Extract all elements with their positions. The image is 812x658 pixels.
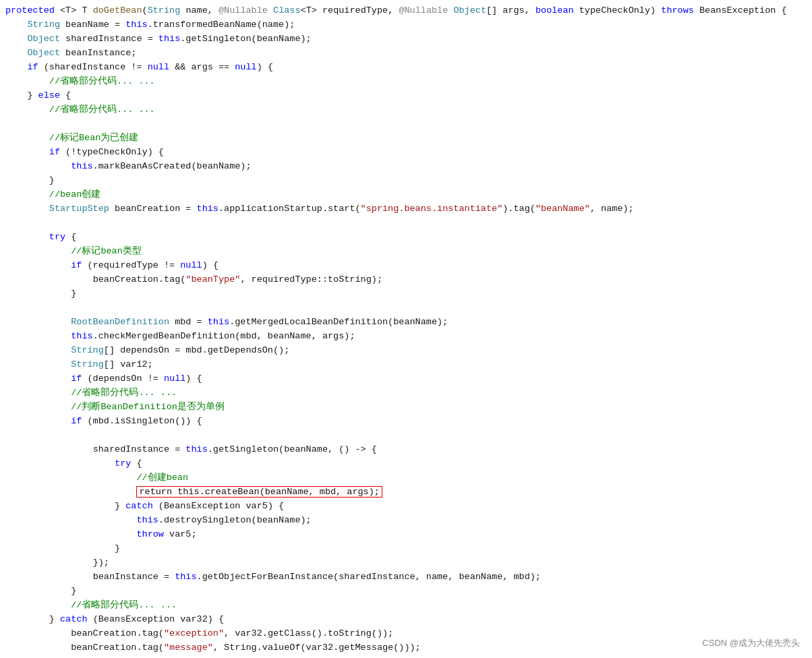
code-line: sharedInstance = this.getSingleton(beanN… — [0, 443, 812, 457]
code-line: this.checkMergedBeanDefinition(mbd, bean… — [0, 330, 812, 344]
code-line: } — [0, 585, 812, 599]
code-line: //创建bean — [0, 471, 812, 485]
code-line: //判断BeanDefinition是否为单例 — [0, 400, 812, 415]
code-line: //省略部分代码... ... — [0, 386, 812, 400]
code-line — [0, 117, 812, 131]
code-line: }); — [0, 556, 812, 570]
code-line: String[] var12; — [0, 358, 812, 372]
code-line: String beanName = this.transformedBeanNa… — [0, 18, 812, 32]
code-line: if (dependsOn != null) { — [0, 372, 812, 386]
code-line: } else { — [0, 89, 812, 103]
code-line: } catch (BeansException var32) { — [0, 613, 812, 627]
code-line: //省略部分代码... ... — [0, 75, 812, 89]
code-line: if (!typeCheckOnly) { — [0, 146, 812, 160]
code-line — [0, 429, 812, 443]
code-line: beanCreation.tag("beanType", requiredTyp… — [0, 273, 812, 287]
code-line: } — [0, 174, 812, 188]
code-container: protected <T> T doGetBean(String name, @… — [0, 0, 812, 658]
code-line: try { — [0, 457, 812, 471]
code-line: beanCreation.tag("message", String.value… — [0, 641, 812, 655]
code-line: } — [0, 287, 812, 301]
watermark: CSDN @成为大佬先秃头 — [702, 636, 800, 650]
code-line: beanCreation.tag("exception", var32.getC… — [0, 627, 812, 641]
code-line: this.markBeanAsCreated(beanName); — [0, 160, 812, 174]
code-line: if (requiredType != null) { — [0, 259, 812, 273]
code-line: } catch (BeansException var5) { — [0, 500, 812, 514]
code-line: this.destroySingleton(beanName); — [0, 514, 812, 528]
code-line: throw var5; — [0, 528, 812, 542]
code-line: if (sharedInstance != null && args == nu… — [0, 61, 812, 75]
code-line — [0, 216, 812, 231]
code-line: RootBeanDefinition mbd = this.getMergedL… — [0, 316, 812, 330]
code-line — [0, 301, 812, 316]
code-line: if (mbd.isSingleton()) { — [0, 415, 812, 429]
code-line: Object beanInstance; — [0, 47, 812, 61]
code-line: //省略部分代码... ... — [0, 103, 812, 117]
code-line: return this.createBean(beanName, mbd, ar… — [0, 485, 812, 500]
code-line: //标记Bean为已创建 — [0, 131, 812, 146]
code-line: //bean创建 — [0, 188, 812, 202]
code-line: protected <T> T doGetBean(String name, @… — [0, 4, 812, 18]
code-line: StartupStep beanCreation = this.applicat… — [0, 202, 812, 216]
code-line: //省略部分代码... ... — [0, 599, 812, 613]
code-line: this.cleanupAfterBeanCreationFailure(bea… — [0, 655, 812, 658]
code-line: //标记bean类型 — [0, 245, 812, 259]
code-line: String[] dependsOn = mbd.getDependsOn(); — [0, 344, 812, 358]
code-line: } — [0, 542, 812, 556]
code-line: Object sharedInstance = this.getSingleto… — [0, 32, 812, 47]
code-line: try { — [0, 231, 812, 245]
code-line: beanInstance = this.getObjectForBeanInst… — [0, 570, 812, 585]
